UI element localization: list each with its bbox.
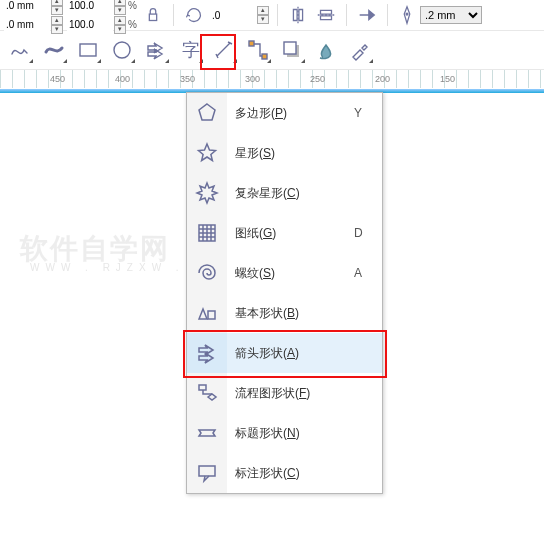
horizontal-ruler[interactable]: 450 400 350 300 250 200 150 <box>0 70 544 93</box>
ruler-ticks <box>0 70 544 88</box>
x-position-value[interactable] <box>4 0 50 13</box>
rectangle-tool[interactable] <box>74 36 102 64</box>
scale-y-spin[interactable]: ▴▾ <box>114 16 126 34</box>
scale-y-value[interactable] <box>67 18 113 32</box>
flyout-label: 流程图形状(F) <box>227 385 354 402</box>
flyout-shortcut: D <box>354 226 382 240</box>
rotation-value[interactable] <box>210 8 256 22</box>
transparency-tool[interactable] <box>312 36 340 64</box>
lock-icon <box>142 4 164 26</box>
ruler-num: 300 <box>245 74 260 84</box>
polygon-tool[interactable] <box>142 36 170 64</box>
flyout-item-callout-shapes[interactable]: 标注形状(C) <box>187 453 382 493</box>
flyout-item-spiral[interactable]: 螺纹(S) A <box>187 253 382 293</box>
ruler-num: 450 <box>50 74 65 84</box>
flyout-label: 基本形状(B) <box>227 305 354 322</box>
text-icon: 字 <box>178 38 202 62</box>
pen-outline-icon <box>396 4 418 26</box>
spiral-icon <box>195 261 219 285</box>
divider <box>277 4 278 26</box>
eyedropper-tool[interactable] <box>346 36 374 64</box>
drop-shadow-icon <box>280 38 304 62</box>
ruler-num: 150 <box>440 74 455 84</box>
flyout-item-arrow-shapes[interactable]: 箭头形状(A) <box>187 333 382 373</box>
flyout-label: 复杂星形(C) <box>227 185 354 202</box>
outline-width-select[interactable]: .2 mm <box>420 6 482 24</box>
object-toolbar: 字 <box>0 30 544 70</box>
star-icon <box>195 141 219 165</box>
eyedropper-icon <box>348 38 372 62</box>
polygon-flyout-menu: 多边形(P) Y 星形(S) 复杂星形(C) 图纸(G) D 螺纹(S) A 基… <box>186 92 383 494</box>
flyout-item-complex-star[interactable]: 复杂星形(C) <box>187 173 382 213</box>
y-position-input[interactable]: ▴▾ <box>4 16 63 34</box>
divider <box>346 4 347 26</box>
flyout-item-banner-shapes[interactable]: 标题形状(N) <box>187 413 382 453</box>
dimension-tool[interactable] <box>210 36 238 64</box>
divider <box>387 4 388 26</box>
svg-rect-8 <box>284 42 296 54</box>
freehand-icon <box>8 38 32 62</box>
position-fields: ▴▾ ▴▾ <box>4 0 63 34</box>
y-position-value[interactable] <box>4 18 50 32</box>
mirror-horizontal-button[interactable] <box>286 3 310 27</box>
svg-rect-6 <box>262 54 267 59</box>
rotation-spin[interactable]: ▴▾ <box>257 6 269 24</box>
svg-rect-11 <box>199 385 206 390</box>
scale-x-value[interactable] <box>67 0 113 13</box>
flyout-label: 标注形状(C) <box>227 465 354 482</box>
flyout-shortcut: Y <box>354 106 382 120</box>
flyout-item-flowchart-shapes[interactable]: 流程图形状(F) <box>187 373 382 413</box>
flyout-item-star[interactable]: 星形(S) <box>187 133 382 173</box>
mirror-vertical-button[interactable] <box>314 3 338 27</box>
rotation-input[interactable]: ▴▾ <box>210 6 269 24</box>
scale-y-input[interactable]: ▴▾ % <box>67 16 137 34</box>
scale-x-spin[interactable]: ▴▾ <box>114 0 126 15</box>
artistic-media-tool[interactable] <box>40 36 68 64</box>
arrow-shapes-icon <box>195 341 219 365</box>
scale-x-input[interactable]: ▴▾ % <box>67 0 137 15</box>
ellipse-tool[interactable] <box>108 36 136 64</box>
svg-point-1 <box>406 13 408 15</box>
flowchart-icon <box>195 381 219 405</box>
arrow-right-icon <box>356 4 378 26</box>
flyout-label: 图纸(G) <box>227 225 354 242</box>
arrow-shape-indicator[interactable] <box>355 3 379 27</box>
connector-icon <box>246 38 270 62</box>
ruler-num: 200 <box>375 74 390 84</box>
svg-text:字: 字 <box>182 40 200 60</box>
x-position-input[interactable]: ▴▾ <box>4 0 63 15</box>
lock-ratio-button[interactable] <box>141 3 165 27</box>
flyout-item-polygon[interactable]: 多边形(P) Y <box>187 93 382 133</box>
y-spin-buttons[interactable]: ▴▾ <box>51 16 63 34</box>
arrow-shapes-icon <box>144 38 168 62</box>
flyout-label: 星形(S) <box>227 145 354 162</box>
flyout-label: 标题形状(N) <box>227 425 354 442</box>
flyout-label: 箭头形状(A) <box>227 345 354 362</box>
text-tool[interactable]: 字 <box>176 36 204 64</box>
flyout-item-basic-shapes[interactable]: 基本形状(B) <box>187 293 382 333</box>
svg-rect-5 <box>249 41 254 46</box>
transparency-icon <box>314 38 338 62</box>
freehand-tool[interactable] <box>6 36 34 64</box>
flyout-item-graph-paper[interactable]: 图纸(G) D <box>187 213 382 253</box>
mirror-h-icon <box>287 4 309 26</box>
svg-rect-12 <box>199 466 215 476</box>
callout-icon <box>195 461 219 485</box>
graph-paper-icon <box>195 221 219 245</box>
artistic-media-icon <box>42 38 66 62</box>
connector-tool[interactable] <box>244 36 272 64</box>
divider <box>173 4 174 26</box>
rotate-icon-button[interactable] <box>182 3 206 27</box>
scale-unit-label: % <box>128 0 137 11</box>
polygon-icon <box>195 101 219 125</box>
basic-shapes-icon <box>195 301 219 325</box>
flyout-label: 多边形(P) <box>227 105 354 122</box>
rotate-icon <box>183 4 205 26</box>
x-spin-buttons[interactable]: ▴▾ <box>51 0 63 15</box>
ruler-num: 400 <box>115 74 130 84</box>
dimension-icon <box>212 38 236 62</box>
drop-shadow-tool[interactable] <box>278 36 306 64</box>
outline-width-control[interactable]: .2 mm <box>396 4 482 26</box>
rectangle-icon <box>76 38 100 62</box>
complex-star-icon <box>195 181 219 205</box>
